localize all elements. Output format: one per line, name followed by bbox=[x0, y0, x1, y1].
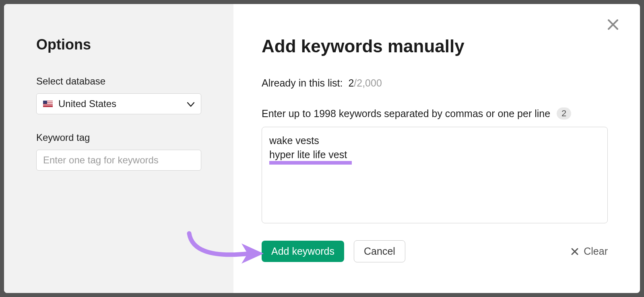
add-keywords-modal: Options Select database United States Ke… bbox=[4, 4, 640, 293]
close-button[interactable] bbox=[606, 18, 620, 31]
cancel-button[interactable]: Cancel bbox=[354, 240, 405, 262]
clear-x-icon bbox=[571, 248, 579, 256]
database-value: United States bbox=[58, 98, 187, 109]
already-count: 2 bbox=[348, 77, 354, 89]
us-flag-icon bbox=[43, 101, 53, 107]
button-row: Add keywords Cancel Clear bbox=[262, 240, 608, 262]
already-total: /2,000 bbox=[354, 77, 382, 89]
enter-instruction-row: Enter up to 1998 keywords separated by c… bbox=[262, 107, 608, 120]
tag-label: Keyword tag bbox=[36, 132, 201, 143]
enter-instruction: Enter up to 1998 keywords separated by c… bbox=[262, 108, 550, 120]
main-panel: Add keywords manually Already in this li… bbox=[233, 4, 640, 293]
sidebar-title: Options bbox=[36, 36, 201, 53]
keyword-tag-input[interactable] bbox=[36, 150, 201, 171]
close-icon bbox=[607, 19, 619, 31]
main-title: Add keywords manually bbox=[262, 36, 608, 56]
chevron-down-icon bbox=[187, 98, 194, 109]
keywords-textarea[interactable] bbox=[262, 127, 608, 223]
already-in-list: Already in this list: 2/2,000 bbox=[262, 77, 608, 89]
clear-button[interactable]: Clear bbox=[571, 245, 608, 257]
clear-label: Clear bbox=[584, 245, 608, 257]
database-select[interactable]: United States bbox=[36, 93, 201, 114]
options-sidebar: Options Select database United States Ke… bbox=[4, 4, 233, 293]
add-keywords-button[interactable]: Add keywords bbox=[262, 241, 344, 262]
already-label: Already in this list: bbox=[262, 77, 343, 89]
highlight-annotation bbox=[269, 161, 352, 165]
database-label: Select database bbox=[36, 76, 201, 87]
keyword-count-badge: 2 bbox=[557, 107, 571, 120]
